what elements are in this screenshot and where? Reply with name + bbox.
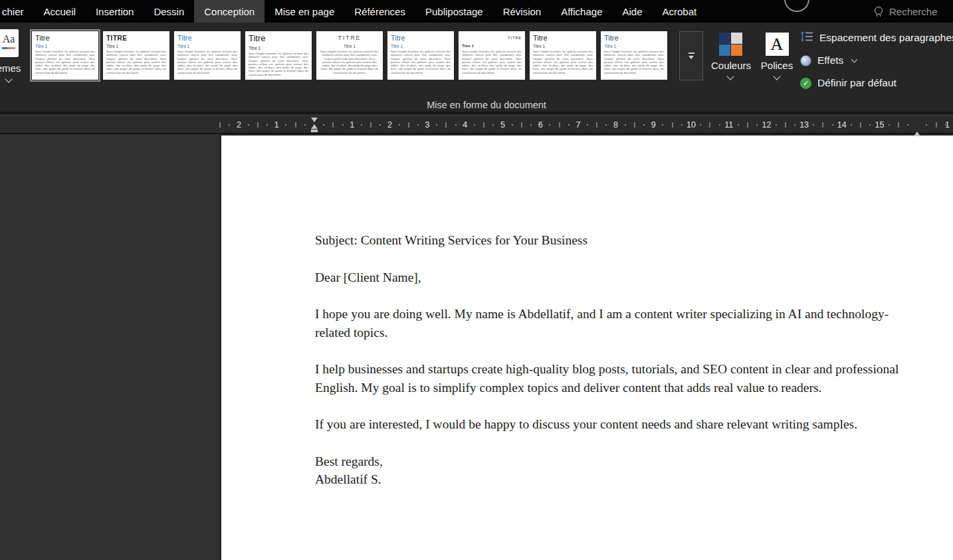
ruler-number: 7 bbox=[576, 120, 580, 130]
ruler-quarter-dot bbox=[851, 124, 852, 126]
paragraph[interactable]: Subject: Content Writing Services for Yo… bbox=[315, 231, 918, 250]
paragraph[interactable]: Dear [Client Name], bbox=[315, 268, 918, 287]
ribbon-tab[interactable]: Affichage bbox=[551, 0, 612, 23]
gallery-more-bar bbox=[688, 52, 694, 54]
ruler-half-tick bbox=[748, 122, 748, 128]
ruler-quarter-dot bbox=[776, 124, 777, 126]
ribbon-tab[interactable]: Insertion bbox=[86, 0, 144, 23]
thumbnail-title: TITRE bbox=[462, 34, 522, 43]
thumbnail-body-text: Sous l'onglet Insertion, les galeries in… bbox=[249, 52, 308, 76]
ruler-half-tick bbox=[785, 122, 786, 128]
style-set-thumbnail[interactable]: Titre Titre 1 Sous l'onglet Insertion, l… bbox=[387, 31, 454, 80]
ruler-quarter-dot bbox=[813, 124, 814, 126]
ruler-half-tick bbox=[371, 122, 371, 128]
thumbnail-subtitle: Titre 1 bbox=[462, 43, 522, 49]
ribbon-tab[interactable]: chier bbox=[0, 0, 34, 23]
ribbon-group-label-row: Mise en forme du document bbox=[0, 96, 953, 114]
style-set-thumbnail[interactable]: Titre Titre 1 Sous l'onglet Insertion, l… bbox=[174, 31, 241, 80]
ruler-number: 11 bbox=[724, 120, 733, 130]
paragraph[interactable]: I hope you are doing well. My name is Ab… bbox=[315, 305, 918, 341]
thumbnail-body-text: Sous l'onglet Insertion, les galeries in… bbox=[604, 50, 664, 74]
ribbon-tab[interactable]: Références bbox=[344, 0, 415, 23]
ruler-quarter-dot bbox=[436, 124, 437, 126]
ribbon-tab-label: Accueil bbox=[44, 6, 76, 17]
hanging-indent-icon bbox=[311, 124, 318, 129]
ribbon-tab-label: Mise en page bbox=[274, 6, 334, 17]
ribbon-tab[interactable]: Acrobat bbox=[653, 0, 707, 23]
ribbon-tab-label: Affichage bbox=[561, 6, 602, 17]
set-as-default-button[interactable]: ✓ Définir par défaut bbox=[800, 73, 953, 93]
ribbon-tab[interactable]: Publipostage bbox=[415, 0, 493, 23]
paragraph[interactable]: If you are interested, I would be happy … bbox=[315, 415, 918, 434]
style-set-thumbnail[interactable]: TITRE Titre 1 Sous l'onglet Insertion, l… bbox=[103, 31, 169, 80]
couleurs-button[interactable]: Couleurs bbox=[711, 33, 750, 79]
ribbon-tab-bar: chier Accueil Insertion Dessin Conceptio… bbox=[0, 0, 953, 23]
ribbon-tab[interactable]: Aide bbox=[613, 0, 653, 23]
ruler-quarter-dot bbox=[700, 124, 701, 126]
color-swatch-dark-blue bbox=[719, 33, 730, 44]
ruler-quarter-dot bbox=[945, 124, 946, 126]
ruler-number: 12 bbox=[762, 120, 771, 130]
thumbnail-title: Titre bbox=[604, 34, 664, 43]
thumbnail-subtitle: Titre 1 bbox=[106, 43, 166, 49]
style-set-thumbnail[interactable]: TITRE Titre 1 Sous l'onglet Insertion, l… bbox=[316, 31, 383, 80]
polices-button[interactable]: A Polices bbox=[758, 33, 796, 79]
ruler-quarter-dot bbox=[794, 124, 795, 126]
style-set-thumbnail[interactable]: TITRE Titre 1 Sous l'onglet Insertion, l… bbox=[459, 31, 525, 80]
ribbon-tab[interactable]: Conception bbox=[194, 0, 265, 23]
paragraph[interactable]: Best regards, Abdellatif S. bbox=[315, 452, 918, 489]
ruler-quarter-dot bbox=[266, 124, 268, 126]
themes-button[interactable]: Aa èmes bbox=[0, 29, 24, 82]
ribbon-tab[interactable]: Révision bbox=[493, 0, 552, 23]
search-box[interactable]: Recherche bbox=[875, 0, 938, 23]
word-window: chier Accueil Insertion Dessin Conceptio… bbox=[0, 0, 953, 560]
ruler-quarter-dot bbox=[643, 124, 645, 126]
theme-colors-icon bbox=[719, 33, 742, 56]
effects-button[interactable]: Effets bbox=[800, 50, 953, 70]
paragraph-spacing-button[interactable]: Espacement des paragraphes bbox=[800, 28, 953, 48]
ribbon-tab-label: Acrobat bbox=[663, 6, 697, 17]
ruler-quarter-dot bbox=[417, 124, 419, 126]
ruler-number: 1 bbox=[350, 120, 354, 130]
paragraph[interactable]: I help businesses and startups create hi… bbox=[315, 360, 918, 397]
ruler-quarter-dot bbox=[512, 124, 513, 126]
ribbon-tab[interactable]: Mise en page bbox=[265, 0, 344, 23]
ruler-number: 15 bbox=[875, 120, 885, 130]
thumbnail-title: Titre bbox=[391, 34, 451, 43]
ruler-quarter-dot bbox=[907, 124, 908, 126]
ribbon-tab[interactable]: Dessin bbox=[144, 0, 194, 23]
ruler-number: 13 bbox=[799, 120, 809, 130]
left-indent-icon bbox=[311, 130, 318, 132]
ruler[interactable]: 211234567891011121314151 bbox=[0, 117, 953, 134]
ruler-half-tick bbox=[634, 122, 635, 128]
thumbnail-body-text: Sous l'onglet Insertion, les galeries in… bbox=[391, 50, 451, 74]
style-set-thumbnail[interactable]: Titre Titre 1 Sous l'onglet Insertion, l… bbox=[245, 31, 312, 80]
style-set-thumbnail[interactable]: Titre Titre 1 Sous l'onglet Insertion, l… bbox=[530, 31, 596, 80]
ribbon-tab[interactable]: Accueil bbox=[34, 0, 86, 23]
ruler-quarter-dot bbox=[738, 124, 739, 126]
thumbnail-subtitle: Titre 1 bbox=[320, 43, 379, 49]
thumbnail-subtitle: Titre 1 bbox=[249, 45, 308, 51]
style-set-thumbnail[interactable]: Titre Titre 1 Sous l'onglet Insertion, l… bbox=[32, 31, 98, 80]
thumbnail-body-text: Sous l'onglet Insertion, les galeries in… bbox=[462, 50, 522, 74]
ruler-quarter-dot bbox=[889, 124, 890, 126]
ruler-quarter-dot bbox=[229, 124, 230, 126]
search-label: Recherche bbox=[889, 6, 938, 17]
page-content: Subject: Content Writing Services for Yo… bbox=[315, 231, 918, 508]
fonts-a-glyph: A bbox=[771, 36, 784, 53]
thumbnail-subtitle: Titre 1 bbox=[35, 43, 95, 49]
indent-marker-left[interactable] bbox=[311, 124, 318, 132]
color-swatch-orange bbox=[731, 45, 742, 56]
first-line-indent-marker[interactable] bbox=[311, 118, 318, 122]
ruler-half-tick bbox=[257, 122, 258, 128]
document-page[interactable]: Subject: Content Writing Services for Yo… bbox=[221, 136, 953, 560]
gallery-more-button[interactable] bbox=[679, 31, 703, 80]
thumbnail-body-text: Sous l'onglet Insertion, les galeries in… bbox=[35, 50, 95, 74]
couleurs-label: Couleurs bbox=[711, 60, 750, 71]
indent-marker-right[interactable] bbox=[914, 120, 920, 132]
document-formatting-group-label: Mise en forme du document bbox=[427, 100, 546, 110]
document-area: Subject: Content Writing Services for Yo… bbox=[0, 136, 953, 560]
style-set-thumbnail[interactable]: Titre Titre 1 Sous l'onglet Insertion, l… bbox=[601, 31, 667, 80]
fonts-icon: A bbox=[766, 33, 789, 56]
ruler-quarter-dot bbox=[399, 124, 400, 126]
